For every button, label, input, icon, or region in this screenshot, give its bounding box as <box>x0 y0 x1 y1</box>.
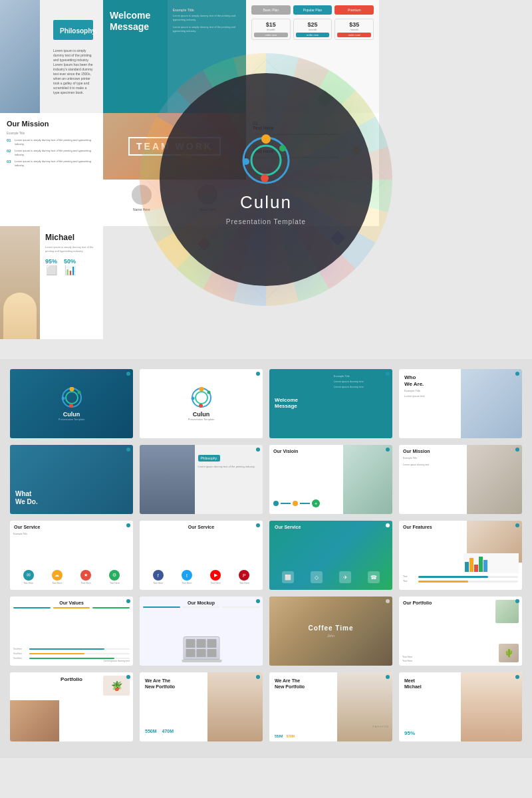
slide-our-mission-mini[interactable]: Our Mission Example TitleLorem ipsum dum… <box>399 445 522 514</box>
slide-our-portfolio[interactable]: Our Portfolio 🌵 Text Here Text Here <box>399 597 522 666</box>
svg-point-30 <box>199 387 203 392</box>
hero-section: Philosophy. Lorem ipsum is simply dummy … <box>0 0 532 359</box>
who-bg-image <box>461 369 523 438</box>
michael-text: Lorem ipsum is simply dummy text of the … <box>45 245 98 253</box>
popular-cta[interactable]: order now <box>296 33 330 37</box>
new-portfolio2-photo: FASHION <box>337 672 392 741</box>
slide-what-we-do[interactable]: WhatWe Do. <box>10 445 133 514</box>
svg-point-31 <box>191 396 194 400</box>
fashion-tag: FASHION <box>372 725 389 728</box>
who-title: WhoWe Are. <box>404 374 425 387</box>
features-title: Our Features <box>403 525 432 529</box>
mini-culun-sub: Presentation Template <box>59 418 85 421</box>
service-icon-1: ✉ <box>23 570 34 581</box>
brand-subtitle: Presentation Template <box>226 218 306 225</box>
welcome-title: Welcome Message <box>110 10 161 33</box>
mini-culun-name: Culun <box>63 411 80 418</box>
connector-line-2 <box>300 503 310 504</box>
new-portfolio-image <box>207 672 263 741</box>
mission-title: Our Mission <box>7 120 96 128</box>
service3-title: Our Service <box>275 525 301 529</box>
slide-row-3: Our Service Example Title ✉ Text Here ☁ … <box>10 521 522 590</box>
meet-michael-pct: 95% <box>404 730 415 736</box>
dot-1 <box>273 501 279 506</box>
mission-text-2: Lorem ipsum is simply dummy text of the … <box>15 149 96 156</box>
pricing-popular-label: Popular Plan <box>293 5 332 15</box>
service-icon-2: ☁ <box>52 570 63 581</box>
michael-stat2: 50% <box>64 258 76 265</box>
welcome-body2: Lorem ipsum is simply dummy text of the … <box>173 25 241 33</box>
basic-price: $15 <box>254 21 288 28</box>
slide-our-service-2[interactable]: Our Service f Text Here t Text Here ▶ Te… <box>140 521 263 590</box>
michael-photo <box>3 293 37 339</box>
slide-philosophy[interactable]: Philosophy. Lorem ipsum is simply dummy … <box>0 0 103 113</box>
portfolio-image-1 <box>495 600 519 623</box>
meet-michael-title: MeetMichael <box>404 678 422 690</box>
slide-our-service-3[interactable]: Our Service ⬜ ◇ ✈ ☎ <box>269 521 392 590</box>
service-icon-3: ★ <box>80 570 91 581</box>
slide-our-mockup[interactable]: Our Mockup <box>140 597 263 666</box>
welcome-body: Lorem ipsum is simply dummy text of the … <box>173 14 241 21</box>
slide-indicator <box>386 372 390 376</box>
philosophy-body: Lorem ipsum is simply dummy text of the … <box>47 45 100 98</box>
coffee-title: Coffee Time <box>308 624 353 632</box>
slide-our-mission[interactable]: Our Mission Example Title 01 Lorem ipsum… <box>0 113 103 226</box>
new-portfolio-stat2: 470M <box>162 729 174 733</box>
wwd-title: WhatWe Do. <box>15 490 38 506</box>
svg-point-19 <box>243 158 249 165</box>
slide-our-service-1[interactable]: Our Service Example Title ✉ Text Here ☁ … <box>10 521 133 590</box>
welcome-example-title: Example Title <box>173 8 241 12</box>
service1-title: Our Service <box>14 525 40 529</box>
mockup-laptop <box>183 636 219 662</box>
premium-cta[interactable]: order now <box>337 33 371 37</box>
slide-welcome-mini[interactable]: WelcomeMessage Example Title Lorem ipsum… <box>269 369 392 438</box>
portfolio-title: Our Portfolio <box>403 600 432 605</box>
slide-row-4: Our Values Text Here Text Here <box>10 597 522 666</box>
meet-michael-photo <box>461 672 523 741</box>
premium-price: $35 <box>337 21 371 28</box>
vision-title: Our Visioin <box>273 449 298 454</box>
slide-culun-white[interactable]: Culun Presentation Template <box>140 369 263 438</box>
features-chart <box>464 553 519 573</box>
slide-culun-cover[interactable]: Culun Presentation Template <box>10 369 133 438</box>
dot-3: + <box>312 499 320 507</box>
slide-who-we-are[interactable]: WhoWe Are. Example Title Lorem ipsum tex… <box>399 369 522 438</box>
slide-indicator <box>126 372 130 376</box>
slide-indicator <box>515 372 519 376</box>
mini-culun-name-w: Culun <box>193 411 210 418</box>
basic-cta[interactable]: order now <box>254 33 288 37</box>
slide-philosophy-mini[interactable]: Philosophy. Lorem ipsum dummy text of th… <box>140 445 263 514</box>
pinterest-icon: P <box>239 570 249 581</box>
mission-photo <box>467 445 522 514</box>
slide-michael[interactable]: Michael Lorem ipsum is simply dummy text… <box>0 226 103 339</box>
slide-our-values[interactable]: Our Values Text Here Text Here <box>10 597 133 666</box>
slide-new-portfolio[interactable]: We Are TheNew Portfolio 550M ↑ 470M ↑ <box>140 672 263 741</box>
new-portfolio-stat1: 550M <box>145 729 157 733</box>
service3-icon-2: ◇ <box>311 571 323 583</box>
svg-point-27 <box>77 390 80 394</box>
philosophy-bg-image <box>140 445 195 514</box>
who-example: Example Title <box>404 389 425 392</box>
svg-point-26 <box>69 404 73 408</box>
coffee-signature: John <box>308 634 353 638</box>
slide-coffee-time[interactable]: Coffee Time John <box>269 597 392 666</box>
svg-point-25 <box>61 396 65 400</box>
basic-period: /month <box>254 28 288 31</box>
slide-new-portfolio2[interactable]: We Are TheNew Portfolio FASHION 550M 670… <box>269 672 392 741</box>
philosophy-title: Philosophy. <box>60 27 97 35</box>
philosophy-badge: Philosophy. <box>198 455 220 462</box>
slide-indicator <box>256 372 260 376</box>
slide-our-vision[interactable]: Our Visioin + <box>269 445 392 514</box>
slide-meet-michael[interactable]: MeetMichael 95% <box>399 672 522 741</box>
pricing-premium-label: Premium <box>334 5 374 15</box>
slide-portfolio2[interactable]: Portfolio 🪴 <box>10 672 133 741</box>
facebook-icon: f <box>153 570 164 581</box>
michael-stat1: 95% <box>45 258 57 265</box>
mission-mini-title: Our Mission <box>403 449 430 454</box>
svg-point-33 <box>207 390 210 394</box>
slide-our-features[interactable]: Our Features Text Text <box>399 521 522 590</box>
grid-section: Culun Presentation Template <box>0 359 532 758</box>
vision-photo <box>343 445 392 514</box>
mission-example: Example Title <box>7 132 96 135</box>
svg-point-29 <box>196 392 207 404</box>
